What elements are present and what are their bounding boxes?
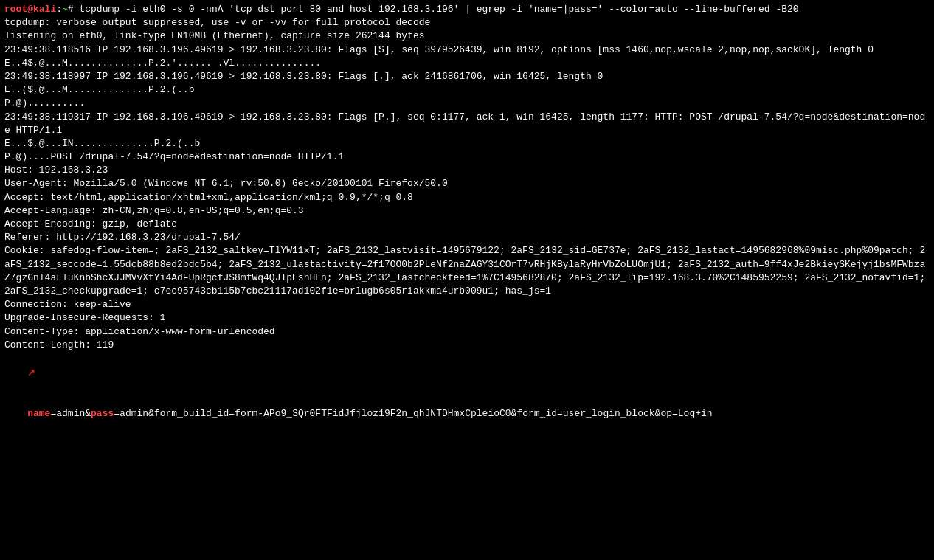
command-text: tcpdump -i eth0 -s 0 -nnA 'tcp dst port …: [74, 4, 799, 15]
output-line-20: Content-Type: application/x-www-form-url…: [4, 325, 930, 339]
output-line-2: listening on eth0, link-type EN10MB (Eth…: [4, 30, 930, 43]
credentials-line: name=admin&pass=admin&form_build_id=form…: [4, 393, 930, 434]
output-line-15: Accept-Encoding: gzip, deflate: [4, 218, 930, 231]
arrow-icon: ↗: [27, 364, 35, 379]
output-line-14: Accept-Language: zh-CN,zh;q=0.8,en-US;q=…: [4, 204, 930, 218]
output-line-4: E..4$,@...M..............P.2.'...... .Vl…: [4, 57, 930, 70]
output-line-18: Connection: keep-alive: [4, 298, 930, 311]
output-line-3: 23:49:38.118516 IP 192.168.3.196.49619 >…: [4, 44, 930, 57]
output-line-19: Upgrade-Insecure-Requests: 1: [4, 311, 930, 325]
output-line-16: Referer: http://192.168.3.23/drupal-7.54…: [4, 231, 930, 244]
output-line-6: E..($,@...M..............P.2.(..b: [4, 83, 930, 97]
arrow-line: ↗: [4, 352, 930, 394]
output-line-17: Cookie: safedog-flow-item=; 2aFS_2132_sa…: [4, 244, 930, 298]
prompt-user: root@kali: [4, 4, 56, 15]
output-line-21: Content-Length: 119: [4, 339, 930, 352]
output-line-12: User-Agent: Mozilla/5.0 (Windows NT 6.1;…: [4, 177, 930, 190]
output-line-13: Accept: text/html,application/xhtml+xml,…: [4, 191, 930, 204]
equals-2: =: [114, 408, 120, 419]
prompt-colon: :: [56, 4, 62, 15]
prompt-command-line: root@kali:~# tcpdump -i eth0 -s 0 -nnA '…: [4, 3, 930, 16]
name-label: name: [27, 408, 50, 419]
name-value: admin&: [56, 408, 91, 419]
output-line-9: E...$,@...IN..............P.2.(..b: [4, 137, 930, 151]
output-line-8: 23:49:38.119317 IP 192.168.3.196.49619 >…: [4, 111, 930, 137]
output-line-11: Host: 192.168.3.23: [4, 164, 930, 177]
terminal-window: root@kali:~# tcpdump -i eth0 -s 0 -nnA '…: [0, 0, 934, 560]
prompt-path: ~: [62, 4, 68, 15]
output-line-5: 23:49:38.118997 IP 192.168.3.196.49619 >…: [4, 70, 930, 83]
output-line-7: P.@)..........: [4, 97, 930, 110]
prompt-dollar: #: [68, 4, 74, 15]
credentials-rest: admin&form_build_id=form-APo9_SQr0FTFidJ…: [120, 408, 713, 419]
pass-label: pass: [91, 408, 114, 419]
output-line-1: tcpdump: verbose output suppressed, use …: [4, 16, 930, 30]
output-line-10: P.@)....POST /drupal-7.54/?q=node&destin…: [4, 151, 930, 164]
